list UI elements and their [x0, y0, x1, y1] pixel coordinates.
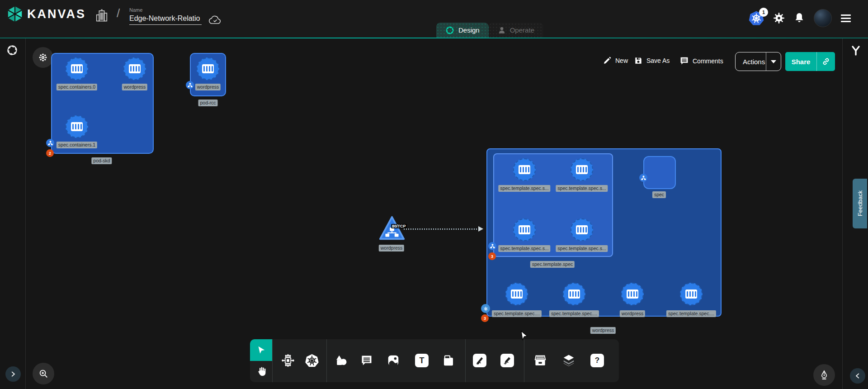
cloud-sync-icon	[209, 15, 222, 25]
container-icon	[568, 289, 580, 299]
layers-tool[interactable]	[560, 351, 578, 370]
image-tool[interactable]	[384, 351, 402, 370]
relationship-badge[interactable]	[46, 139, 54, 147]
annotation-pen-button[interactable]	[813, 364, 835, 386]
text-tool-glyph: T	[415, 354, 429, 367]
container-node-template-1[interactable]	[571, 158, 593, 181]
error-count-badge[interactable]: 3	[488, 252, 496, 260]
left-rail	[0, 38, 26, 389]
kubernetes-wheel-icon	[483, 306, 489, 312]
notifications-bell-icon[interactable]	[794, 12, 805, 24]
container-node-deploy-3[interactable]	[680, 283, 703, 305]
user-avatar[interactable]	[814, 9, 832, 27]
node-label: spec	[652, 191, 666, 198]
actions-button[interactable]: Actions	[735, 52, 781, 71]
mesh-component-tool[interactable]	[279, 351, 297, 370]
container-icon	[71, 64, 83, 73]
brand-wordmark: KANVAS	[27, 7, 86, 21]
tab-operate[interactable]: Operate	[489, 23, 543, 38]
kanvas-logo[interactable]: KANVAS	[6, 5, 86, 23]
container-node-wordpress[interactable]	[123, 57, 146, 80]
actions-caret-button[interactable]	[766, 60, 781, 63]
tab-design[interactable]: Design	[436, 23, 489, 38]
share-label: Share	[785, 58, 816, 66]
relationship-badge[interactable]	[186, 81, 194, 89]
design-name-input[interactable]	[129, 14, 202, 25]
error-count-badge[interactable]: 2	[46, 149, 54, 157]
new-button[interactable]: New	[603, 56, 628, 65]
container-icon	[519, 165, 530, 174]
design-name-field: Name	[129, 7, 203, 25]
settings-gear-icon[interactable]	[773, 12, 785, 24]
group-label: spec.template.spec	[530, 261, 575, 268]
edge-service-to-deployment[interactable]	[404, 228, 480, 230]
error-count-badge[interactable]: 3	[481, 314, 489, 322]
spec-node[interactable]	[643, 156, 676, 189]
copy-link-button[interactable]	[817, 57, 835, 66]
group-label: wordpress	[590, 327, 616, 334]
edge-port-label: 80/TCP	[391, 224, 407, 228]
kubernetes-tool[interactable]	[303, 351, 321, 370]
actions-divider	[766, 52, 766, 71]
kubernetes-context-button[interactable]: 1	[749, 10, 764, 26]
sitemap-icon	[188, 83, 193, 88]
relationship-badge[interactable]	[488, 242, 496, 250]
sketch-tool[interactable]	[498, 351, 516, 370]
node-label: wordpress	[620, 310, 645, 317]
feedback-tab[interactable]: Feedback	[853, 179, 867, 228]
comment-icon	[360, 354, 373, 367]
container-node-deploy-2[interactable]	[621, 283, 644, 305]
relationship-badge[interactable]	[639, 174, 647, 182]
text-tool[interactable]: T	[413, 351, 431, 370]
container-icon	[511, 289, 523, 299]
note-tool[interactable]	[439, 351, 458, 370]
share-button[interactable]: Share	[785, 52, 835, 71]
template-spec-group[interactable]	[493, 153, 613, 257]
container-node-wordpress-rcc[interactable]	[197, 57, 219, 80]
container-icon	[519, 225, 530, 234]
save-as-button[interactable]: Save As	[634, 56, 670, 65]
container-node-spec-containers-1[interactable]	[66, 115, 88, 138]
shapes-tool[interactable]	[332, 351, 350, 370]
breadcrumb-separator: /	[117, 6, 120, 20]
container-icon	[576, 225, 588, 234]
container-node-template-2[interactable]	[513, 218, 536, 241]
container-node-deploy-1[interactable]	[563, 283, 585, 305]
pencil-icon	[603, 56, 612, 65]
canvas-toolbar: T	[250, 339, 619, 382]
service-node-wordpress[interactable]	[378, 214, 406, 242]
history-spiral-icon[interactable]	[6, 44, 18, 56]
menu-hamburger-button[interactable]	[841, 14, 851, 22]
header-bar: KANVAS / Name	[0, 0, 868, 38]
organization-icon[interactable]	[95, 8, 108, 23]
zoom-button[interactable]	[33, 363, 54, 384]
save-icon	[634, 56, 643, 65]
container-node-spec-containers-0[interactable]	[66, 57, 88, 80]
node-label: wordpress	[122, 84, 147, 90]
container-node-deploy-0[interactable]	[505, 283, 528, 305]
help-tool[interactable]: ?	[588, 351, 606, 370]
node-label: spec.containers.1	[57, 142, 97, 148]
sitemap-icon	[641, 176, 646, 180]
y-icon[interactable]	[850, 45, 861, 57]
pen-tool[interactable]	[471, 351, 489, 370]
expand-left-panel-button[interactable]	[5, 366, 21, 382]
container-node-template-0[interactable]	[513, 158, 536, 181]
node-label: spec.template.spec....	[666, 310, 716, 317]
comments-label: Comments	[693, 57, 723, 65]
drawer-icon	[533, 354, 547, 367]
layers-icon	[562, 354, 576, 367]
kanvas-hexagon-icon	[6, 5, 24, 23]
comment-tool[interactable]	[358, 351, 376, 370]
sitemap-icon	[490, 244, 495, 249]
comments-button[interactable]: Comments	[679, 56, 723, 66]
kubernetes-badge[interactable]	[481, 304, 490, 313]
cluster-config-button[interactable]	[33, 47, 53, 68]
container-node-template-3[interactable]	[571, 218, 593, 241]
collapse-right-panel-button[interactable]	[850, 368, 865, 384]
group-label: pod-skd	[91, 157, 112, 164]
container-icon	[129, 64, 141, 73]
drawer-tool[interactable]	[531, 351, 549, 370]
pen-nib-icon	[819, 370, 829, 380]
shapes-icon	[334, 354, 348, 367]
